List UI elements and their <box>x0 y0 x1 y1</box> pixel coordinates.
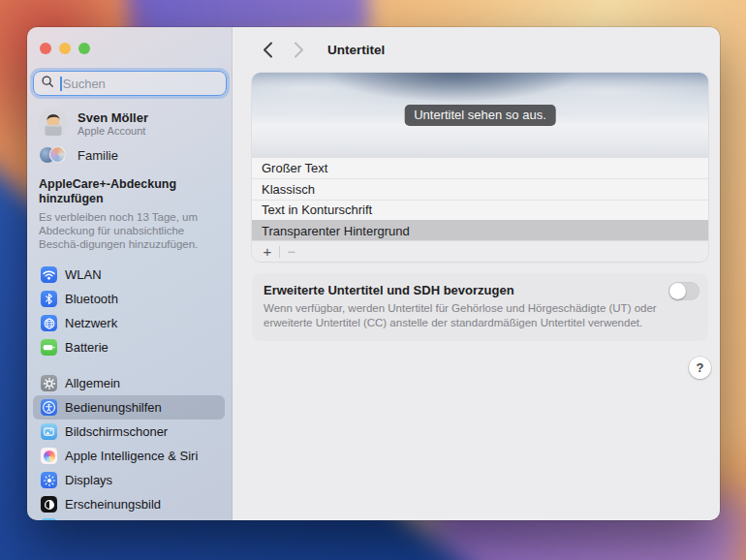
sidebar-item-partial-icon[interactable] <box>41 518 57 520</box>
sdh-title: Erweiterte Untertitel und SDH bevorzugen <box>264 283 695 297</box>
sdh-description: Wenn verfügbar, werden Untertitel für Ge… <box>264 301 670 329</box>
sidebar-item-wlan[interactable]: WLAN <box>33 263 225 287</box>
content-pane: Untertitel Untertitel sehen so aus. Groß… <box>233 27 720 520</box>
sdh-toggle-switch[interactable] <box>668 282 699 300</box>
profile-row[interactable]: Sven Möller Apple Account <box>39 109 148 138</box>
sidebar-group-system: Allgemein Bedienungshilfen Bildschirmsch… <box>33 371 225 516</box>
family-label: Familie <box>78 148 118 163</box>
profile-name: Sven Möller <box>78 110 148 125</box>
bluetooth-icon <box>41 291 57 307</box>
subtitle-caption: Untertitel sehen so aus. <box>404 105 556 126</box>
window-controls <box>40 43 90 54</box>
remove-style-button[interactable]: − <box>283 243 300 261</box>
applecare-title: AppleCare+-Abdeckung hinzufügen <box>39 177 216 205</box>
profile-subtitle: Apple Account <box>78 125 148 137</box>
sidebar-item-allgemein[interactable]: Allgemein <box>33 371 225 395</box>
style-row-klassisch[interactable]: Klassisch <box>252 178 708 199</box>
help-row: ? <box>233 357 711 379</box>
applecare-description: Es verbleiben noch 13 Tage, um Abdeckung… <box>39 210 216 251</box>
sidebar-item-batterie[interactable]: Batterie <box>33 335 225 359</box>
sidebar-item-apple-intelligence-siri[interactable]: Apple Intelligence & Siri <box>33 444 225 468</box>
search-icon <box>41 75 54 92</box>
sidebar-item-erscheinungsbild[interactable]: Erscheinungsbild <box>33 492 225 516</box>
sidebar-group-network: WLAN Bluetooth Netzwerk Batterie <box>33 263 225 359</box>
applecare-banner[interactable]: AppleCare+-Abdeckung hinzufügen Es verbl… <box>39 177 216 251</box>
back-button[interactable] <box>258 40 277 59</box>
family-row[interactable]: Familie <box>39 145 118 165</box>
zoom-button[interactable] <box>78 43 90 54</box>
sidebar-item-bedienungshilfen[interactable]: Bedienungshilfen <box>33 395 225 420</box>
sidebar-item-netzwerk[interactable]: Netzwerk <box>33 311 225 335</box>
appearance-icon <box>41 496 57 513</box>
forward-button[interactable] <box>289 40 308 59</box>
sidebar-item-bildschirmschoner[interactable]: Bildschirmschoner <box>33 420 225 444</box>
sidebar-item-displays[interactable]: Displays <box>33 468 225 492</box>
globe-icon <box>41 315 57 331</box>
brightness-icon <box>41 472 57 488</box>
help-button[interactable]: ? <box>689 357 711 379</box>
content-header: Untertitel <box>233 27 720 72</box>
search-input[interactable] <box>63 77 219 91</box>
siri-icon <box>41 448 57 464</box>
subtitle-preview: Untertitel sehen so aus. <box>252 73 708 158</box>
page-title: Untertitel <box>327 43 385 57</box>
avatar <box>39 109 68 138</box>
search-field[interactable] <box>33 71 227 96</box>
toolbar-divider <box>279 246 280 258</box>
subtitle-style-panel: Untertitel sehen so aus. Großer Text Kla… <box>252 73 708 262</box>
sidebar: Sven Möller Apple Account Familie AppleC… <box>27 27 233 520</box>
screensaver-icon <box>41 423 57 440</box>
sidebar-item-bluetooth[interactable]: Bluetooth <box>33 287 225 311</box>
style-row-konturschrift[interactable]: Text in Konturschrift <box>252 200 708 220</box>
style-row-transparenter-hintergrund[interactable]: Transparenter Hintergrund <box>252 220 708 240</box>
close-button[interactable] <box>40 43 51 54</box>
toggle-knob <box>669 283 686 299</box>
battery-icon <box>41 339 57 356</box>
add-style-button[interactable]: + <box>259 243 276 261</box>
style-row-grosser-text[interactable]: Großer Text <box>252 158 708 178</box>
family-avatars-icon <box>39 145 68 165</box>
accessibility-icon <box>41 399 57 416</box>
sdh-setting-card: Erweiterte Untertitel und SDH bevorzugen… <box>252 273 708 341</box>
wifi-icon <box>41 266 57 283</box>
minimize-button[interactable] <box>59 43 71 54</box>
system-settings-window: Sven Möller Apple Account Familie AppleC… <box>27 27 720 520</box>
style-list-toolbar: + − <box>252 240 708 262</box>
gear-icon <box>41 375 57 391</box>
text-caret <box>60 77 62 91</box>
